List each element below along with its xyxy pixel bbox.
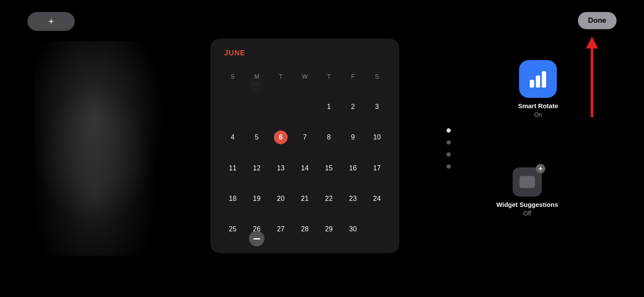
cal-day-24: 24 — [365, 191, 389, 206]
cal-header-fri: F — [341, 69, 365, 84]
plus-icon: + — [49, 17, 54, 26]
remove-widget-bottom-button[interactable] — [249, 231, 264, 246]
cal-day-12: 12 — [245, 161, 269, 176]
cal-day-27: 27 — [269, 221, 293, 237]
calendar-week-5: 25 26 27 28 29 30 — [221, 221, 389, 237]
calendar-week-3: 11 12 13 14 15 16 17 — [221, 161, 389, 176]
background-glow — [34, 41, 185, 256]
add-widget-button[interactable]: + — [27, 12, 75, 31]
done-button[interactable]: Done — [578, 12, 617, 29]
cal-day-6-today: 6 — [274, 130, 288, 144]
cal-day-19: 19 — [245, 191, 269, 206]
calendar-month: JUNE — [224, 49, 389, 58]
page-dot-2 — [447, 140, 451, 145]
bar-2 — [536, 76, 540, 88]
cal-day-empty — [269, 99, 293, 115]
cal-day-25: 25 — [221, 221, 245, 237]
cal-day-29: 29 — [317, 221, 341, 237]
calendar-week-1: 1 2 3 — [221, 99, 389, 115]
widget-suggestions-label: Widget Suggestions — [496, 201, 558, 208]
cal-day-23: 23 — [341, 191, 365, 206]
cal-header-wed: W — [293, 69, 317, 84]
widget-suggest-icon — [513, 167, 542, 197]
cal-day-20: 20 — [269, 191, 293, 206]
suggest-rect — [519, 176, 535, 188]
bar-1 — [530, 80, 534, 88]
cal-header-mon: M — [245, 69, 269, 84]
cal-day-13: 13 — [269, 161, 293, 176]
arrow-line — [591, 48, 593, 117]
cal-day-1: 1 — [317, 99, 341, 115]
smart-rotate-icon — [519, 60, 557, 98]
cal-day-16: 16 — [341, 161, 365, 176]
cal-day-empty — [293, 99, 317, 115]
cal-day-empty — [365, 221, 389, 237]
arrow-head — [586, 36, 598, 48]
red-arrow — [586, 36, 598, 117]
cal-day-15: 15 — [317, 161, 341, 176]
cal-day-3: 3 — [365, 99, 389, 115]
page-dot-1 — [447, 128, 451, 133]
cal-day-2: 2 — [341, 99, 365, 115]
cal-day-9: 9 — [341, 130, 365, 145]
cal-header-tue: T — [269, 69, 293, 84]
widget-suggestions-status: Off — [523, 210, 531, 217]
cal-day-28: 28 — [293, 221, 317, 237]
page-dot-3 — [447, 152, 451, 157]
cal-header-sat: S — [365, 69, 389, 84]
smart-rotate-label: Smart Rotate — [518, 102, 558, 109]
bar-chart-icon — [530, 70, 546, 88]
calendar-grid: S M T W T F S 1 2 3 4 5 6 7 8 9 10 — [221, 61, 389, 245]
cal-header-thu: T — [317, 69, 341, 84]
cal-day-8: 8 — [317, 130, 341, 145]
cal-day-11: 11 — [221, 161, 245, 176]
cal-day-empty — [221, 99, 245, 115]
cal-header-sun: S — [221, 69, 245, 84]
cal-day-17: 17 — [365, 161, 389, 176]
calendar-widget: JUNE S M T W T F S 1 2 3 4 5 6 7 8 — [210, 39, 399, 253]
calendar-week-2: 4 5 6 7 8 9 10 — [221, 130, 389, 145]
cal-day-22: 22 — [317, 191, 341, 206]
cal-day-5: 5 — [245, 130, 269, 145]
smart-rotate-widget[interactable]: Smart Rotate On — [518, 60, 558, 118]
widget-suggestions-widget[interactable]: Widget Suggestions Off — [496, 167, 558, 217]
cal-day-21: 21 — [293, 191, 317, 206]
pagination-dots — [447, 128, 451, 169]
smart-rotate-status: On — [534, 111, 542, 118]
cal-day-empty — [245, 99, 269, 115]
cal-day-18: 18 — [221, 191, 245, 206]
calendar-week-4: 18 19 20 21 22 23 24 — [221, 191, 389, 206]
bar-3 — [542, 71, 546, 88]
page-dot-4 — [447, 164, 451, 169]
cal-day-14: 14 — [293, 161, 317, 176]
cal-day-4: 4 — [221, 130, 245, 145]
calendar-header-row: S M T W T F S — [221, 69, 389, 84]
cal-day-10: 10 — [365, 130, 389, 145]
cal-day-30: 30 — [341, 221, 365, 237]
cal-day-7: 7 — [293, 130, 317, 145]
